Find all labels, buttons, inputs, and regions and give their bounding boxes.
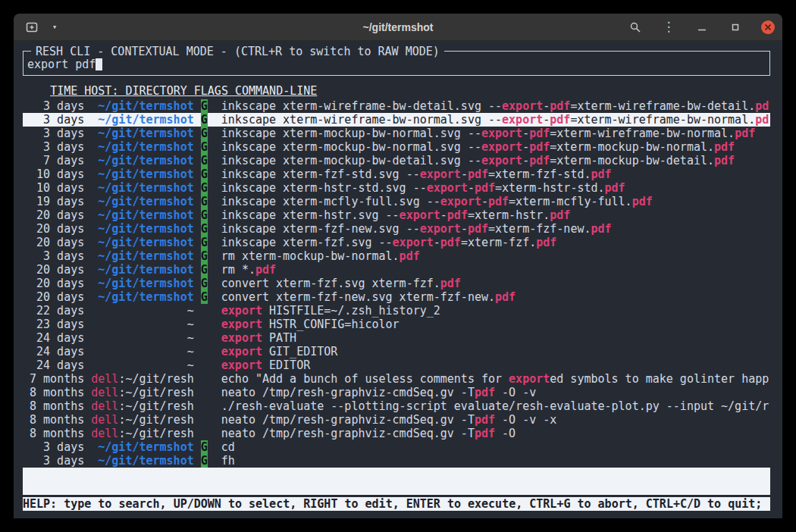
history-row[interactable]: 24 days ~ export GIT_EDITOR [23, 345, 770, 358]
history-flags: G [201, 113, 208, 127]
history-row[interactable]: 19 days ~/git/termshot G inkscape xterm-… [23, 195, 770, 208]
titlebar-left-group: ▾ [24, 20, 62, 35]
history-host: ~/git/termshot [91, 208, 193, 222]
history-host: ~/git/termshot [91, 236, 193, 249]
history-row[interactable]: 20 days ~/git/termshot G inkscape xterm-… [23, 208, 770, 222]
history-flags [201, 345, 208, 358]
history-flags: G [201, 222, 208, 236]
close-button[interactable] [761, 20, 775, 34]
columns-header-lead [23, 84, 50, 98]
history-row[interactable]: 20 days ~/git/termshot G convert xterm-f… [23, 277, 770, 290]
history-flags: G [201, 249, 208, 263]
history-command: export HSTR_CONFIG=hicolor [221, 318, 770, 331]
history-host: dell:~/git/resh [91, 427, 193, 440]
history-row[interactable]: 3 days ~/git/termshot G fh [23, 454, 770, 468]
history-time: 20 days [30, 277, 84, 290]
history-host: ~/git/termshot [91, 454, 193, 468]
history-command: inkscape xterm-mockup-bw-detail.svg --ex… [221, 154, 770, 167]
git-flag-badge: G [201, 99, 208, 113]
history-command: inkscape xterm-hstr.svg --export-pdf=xte… [221, 208, 770, 222]
chevron-down-icon: ▾ [52, 23, 58, 31]
history-row[interactable]: 23 days ~ export HSTR_CONFIG=hicolor [23, 318, 770, 331]
history-command: inkscape xterm-mockup-bw-normal.svg --ex… [221, 127, 770, 140]
history-command: inkscape xterm-mockup-bw-normal.svg --ex… [221, 140, 770, 154]
close-icon [764, 23, 772, 31]
history-row[interactable]: 8 months dell:~/git/resh neato /tmp/resh… [23, 427, 770, 440]
restore-icon [729, 21, 741, 33]
history-row[interactable]: 8 months dell:~/git/resh neato /tmp/resh… [23, 386, 770, 399]
history-host: dell:~/git/resh [91, 386, 193, 399]
history-row[interactable]: 7 days ~/git/termshot G inkscape xterm-m… [23, 154, 770, 167]
history-command: cd [221, 440, 770, 454]
terminal-window: ▾ ~/git/termshot ⋮ [14, 14, 782, 518]
history-row[interactable]: 3 days ~/git/termshot G rm xterm-mockup-… [23, 249, 770, 263]
history-command: export HISTFILE=~/.zsh_history_2 [221, 304, 770, 318]
terminal-content: RESH CLI - CONTEXTUAL MODE - (CTRL+R to … [14, 51, 782, 518]
git-flag-badge: G [201, 277, 208, 290]
history-time: 8 months [30, 386, 84, 399]
history-row[interactable]: 3 days ~/git/termshot G inkscape xterm-w… [23, 113, 770, 127]
history-row[interactable]: 20 days ~/git/termshot G convert xterm-f… [23, 290, 770, 304]
git-flag-badge: G [201, 222, 208, 236]
desktop-background: ▾ ~/git/termshot ⋮ [0, 0, 796, 532]
search-panel-title: RESH CLI - CONTEXTUAL MODE - (CTRL+R to … [31, 45, 444, 58]
history-host: ~/git/termshot [91, 440, 193, 454]
history-host: ~/git/termshot [91, 113, 193, 127]
git-flag-badge: G [201, 440, 208, 454]
history-row[interactable]: 24 days ~ export PATH [23, 331, 770, 345]
history-time: 20 days [30, 290, 84, 304]
history-command: inkscape xterm-mcfly-full.svg --export-p… [221, 195, 770, 208]
history-host: ~/git/termshot [91, 249, 193, 263]
history-row[interactable]: 10 days ~/git/termshot G inkscape xterm-… [23, 167, 770, 181]
history-host: ~ [91, 304, 193, 318]
history-time: 20 days [30, 236, 84, 249]
tab-menu-button[interactable]: ▾ [47, 20, 62, 35]
history-time: 3 days [30, 140, 84, 154]
history-flags: G [201, 440, 208, 454]
history-flags: G [201, 263, 208, 277]
history-row[interactable]: 20 days ~/git/termshot G rm *.pdf [23, 263, 770, 277]
minimize-button[interactable] [694, 20, 710, 35]
status-panel: 2020-05-07 17:17:28 tower:~/git/termshot… [23, 468, 770, 495]
history-row[interactable]: 8 months dell:~/git/resh neato /tmp/resh… [23, 413, 770, 427]
columns-header-text: TIME HOST: DIRECTORY FLAGS COMMAND-LINE [50, 84, 317, 98]
history-row[interactable]: 3 days ~/git/termshot G inkscape xterm-w… [23, 99, 770, 113]
history-host: dell:~/git/resh [91, 372, 193, 386]
history-command: inkscape xterm-fzf-std.svg --export-pdf=… [221, 167, 770, 181]
history-time: 3 days [30, 454, 84, 468]
history-row[interactable]: 3 days ~/git/termshot G cd [23, 440, 770, 454]
restore-button[interactable] [728, 20, 743, 35]
history-row[interactable]: 3 days ~/git/termshot G inkscape xterm-m… [23, 140, 770, 154]
history-host: dell:~/git/resh [91, 399, 193, 413]
history-row[interactable]: 24 days ~ export EDITOR [23, 358, 770, 372]
history-flags: G [201, 236, 208, 249]
history-command: export PATH [221, 331, 770, 345]
git-flag-badge: G [201, 249, 208, 263]
history-flags: G [201, 277, 208, 290]
history-row[interactable]: 20 days ~/git/termshot G inkscape xterm-… [23, 236, 770, 249]
history-time: 10 days [30, 167, 84, 181]
history-time: 3 days [30, 127, 84, 140]
new-tab-button[interactable] [24, 20, 39, 35]
history-host: ~ [91, 358, 193, 372]
history-flags [201, 427, 208, 440]
kebab-menu-icon: ⋮ [663, 20, 675, 33]
history-command: export EDITOR [221, 358, 770, 372]
titlebar[interactable]: ▾ ~/git/termshot ⋮ [14, 14, 782, 41]
history-command: echo "Add a bunch of useless comments fo… [221, 372, 770, 386]
history-time: 20 days [30, 222, 84, 236]
history-row[interactable]: 7 months dell:~/git/resh echo "Add a bun… [23, 372, 770, 386]
history-host: ~/git/termshot [91, 222, 193, 236]
history-command: export GIT_EDITOR [221, 345, 770, 358]
search-button[interactable] [628, 20, 643, 35]
history-flags [201, 399, 208, 413]
history-row[interactable]: 3 days ~/git/termshot G inkscape xterm-m… [23, 127, 770, 140]
history-flags: G [201, 195, 208, 208]
history-row[interactable]: 20 days ~/git/termshot G inkscape xterm-… [23, 222, 770, 236]
history-row[interactable]: 10 days ~/git/termshot G inkscape xterm-… [23, 181, 770, 195]
history-host: ~/git/termshot [91, 195, 193, 208]
menu-button[interactable]: ⋮ [661, 20, 676, 35]
history-row[interactable]: 22 days ~ export HISTFILE=~/.zsh_history… [23, 304, 770, 318]
history-host: ~ [91, 331, 193, 345]
history-row[interactable]: 8 months dell:~/git/resh ./resh-evaluate… [23, 399, 770, 413]
